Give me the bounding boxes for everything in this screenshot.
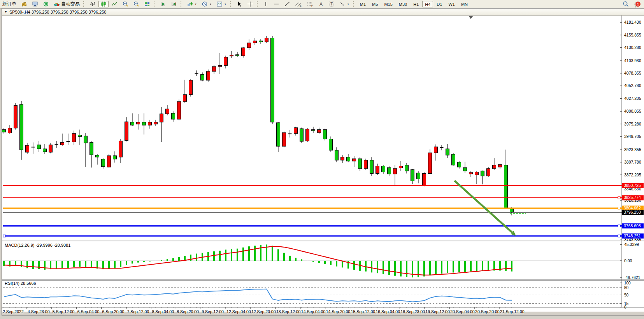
chevron-down-icon: ▼ — [209, 3, 212, 5]
timeframe-MN[interactable]: MN — [458, 1, 470, 7]
chevron-down-icon: ▼ — [224, 3, 226, 5]
notification-badge: 1 — [635, 2, 640, 7]
auto-scroll-icon — [160, 1, 166, 7]
expert-advisor-icon — [54, 1, 60, 7]
line-chart-icon — [111, 1, 118, 7]
chart-title: SP500-,H4 3796.250 3796.250 3796.250 379… — [9, 10, 107, 14]
horizontal-line-icon — [273, 1, 279, 7]
zoom-in-icon — [122, 1, 128, 7]
toolbar-grip — [181, 1, 183, 7]
timeframe-group: M1M5M15M30H1H4D1W1MN — [357, 1, 471, 7]
templates-button[interactable]: ▼ — [214, 1, 228, 7]
vertical-line-button[interactable] — [261, 1, 270, 7]
zoom-in-button[interactable] — [120, 1, 130, 7]
cursor-button[interactable] — [234, 1, 244, 7]
text-label-icon: T — [328, 1, 335, 7]
equidistant-channel-button[interactable]: E — [293, 1, 304, 7]
new-order-label: 新订单 — [2, 1, 16, 7]
toolbar-grip — [230, 1, 233, 7]
main-toolbar: 新订单 自动交易 ▼ ▼ ▼ E F A T ▼ M1M5M15M30H1H4D… — [0, 0, 644, 9]
radio-signal-icon — [43, 1, 49, 7]
window-bottom-strip — [2, 312, 644, 315]
trendline-icon — [284, 1, 290, 7]
notifications-button[interactable]: 1 — [632, 0, 642, 8]
svg-text:E: E — [300, 4, 302, 7]
indicators-plus-icon — [187, 1, 193, 7]
bar-chart-button[interactable] — [88, 1, 98, 7]
fibonacci-button[interactable]: F — [305, 1, 316, 7]
timeframe-M5[interactable]: M5 — [369, 1, 381, 7]
gold-notes-icon — [21, 1, 27, 7]
chevron-down-icon: ▼ — [347, 3, 349, 5]
fibonacci-icon: F — [307, 1, 314, 7]
template-chart-icon — [216, 1, 223, 7]
auto-scroll-button[interactable] — [158, 1, 168, 7]
indicators-button[interactable]: ▼ — [185, 1, 199, 7]
zoom-out-icon — [133, 1, 139, 7]
toolbar-grip — [83, 1, 86, 7]
arrows-button[interactable]: ▼ — [337, 1, 351, 7]
timeframe-M15[interactable]: M15 — [381, 1, 395, 7]
timeframe-M30[interactable]: M30 — [396, 1, 410, 7]
candlestick-chart-icon — [100, 1, 107, 7]
chevron-down-icon: ▼ — [195, 3, 197, 5]
periods-button[interactable]: ▼ — [200, 1, 214, 7]
search-button[interactable] — [620, 1, 631, 7]
terminal-icon-button[interactable] — [30, 1, 40, 7]
horizontal-line-button[interactable] — [271, 1, 281, 7]
tile-windows-icon — [144, 1, 150, 7]
svg-text:A: A — [319, 2, 323, 7]
vertical-line-icon — [263, 1, 268, 7]
timeframe-H4[interactable]: H4 — [422, 1, 433, 7]
toolbar-grip — [353, 1, 356, 7]
channel-icon: E — [295, 1, 302, 7]
text-label-button[interactable]: T — [326, 1, 337, 7]
cursor-arrow-icon — [236, 1, 242, 7]
clock-icon — [202, 1, 208, 7]
arrows-shapes-icon — [339, 1, 346, 7]
text-button[interactable]: A — [316, 1, 326, 7]
toolbar-grip — [154, 1, 156, 7]
auto-trading-button[interactable]: 自动交易 — [52, 1, 82, 7]
orders-icon-button[interactable] — [19, 1, 29, 7]
signals-icon-button[interactable] — [41, 1, 51, 7]
text-a-icon: A — [318, 1, 324, 7]
timeframe-H1[interactable]: H1 — [411, 1, 421, 7]
toolbar-grip — [257, 1, 260, 7]
timeframe-M1[interactable]: M1 — [357, 1, 369, 7]
trendline-button[interactable] — [282, 1, 292, 7]
bar-chart-icon — [89, 1, 96, 7]
chart-shift-icon — [171, 1, 177, 7]
candlestick-chart-button[interactable] — [98, 1, 109, 7]
macd-indicator-label: MACD(12,26,9) -29.9996 -20.9881 — [5, 243, 70, 248]
zoom-out-button[interactable] — [131, 1, 141, 7]
svg-text:F: F — [311, 4, 313, 7]
search-icon — [622, 1, 629, 7]
auto-trading-label: 自动交易 — [61, 1, 80, 7]
timeframe-W1[interactable]: W1 — [446, 1, 458, 7]
collapse-triangle-icon[interactable]: ▼ — [4, 10, 7, 14]
rsi-indicator-label: RSI(14) 28.5666 — [5, 281, 36, 286]
svg-text:T: T — [330, 2, 333, 6]
terminal-icon — [32, 1, 38, 7]
chart-shift-button[interactable] — [169, 1, 179, 7]
crosshair-icon — [247, 1, 253, 7]
crosshair-button[interactable] — [245, 1, 255, 7]
chart-window[interactable]: ▼ SP500-,H4 3796.250 3796.250 3796.250 3… — [2, 8, 644, 316]
timeframe-D1[interactable]: D1 — [434, 1, 445, 7]
new-order-button[interactable]: 新订单 — [0, 1, 18, 7]
tile-windows-button[interactable] — [142, 1, 152, 7]
line-chart-button[interactable] — [109, 1, 119, 7]
chart-titlebar: ▼ SP500-,H4 3796.250 3796.250 3796.250 3… — [2, 9, 644, 16]
